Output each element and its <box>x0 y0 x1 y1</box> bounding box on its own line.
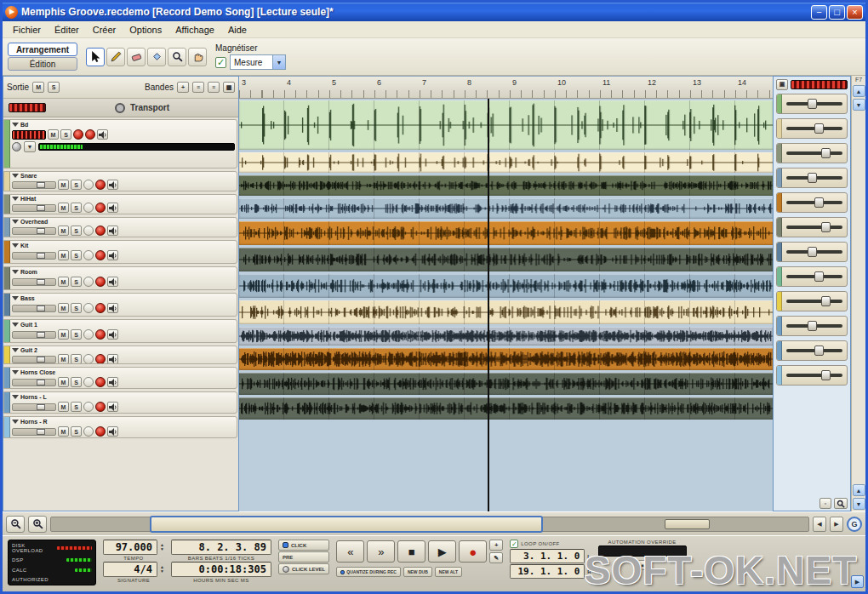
fader-track[interactable] <box>786 201 842 204</box>
click-toggle[interactable]: CLICK <box>278 540 329 551</box>
fader-thumb[interactable] <box>808 99 817 109</box>
playhead[interactable] <box>488 99 489 511</box>
fader-thumb[interactable] <box>808 247 817 257</box>
clip-lane-overhead[interactable] <box>239 198 773 219</box>
collapse-triangle-icon[interactable] <box>12 296 19 300</box>
monitor-button[interactable] <box>83 250 94 260</box>
razor-tool-icon[interactable] <box>147 48 166 66</box>
clip-lane-kit[interactable] <box>239 221 773 245</box>
track-volume-slider[interactable] <box>12 379 56 386</box>
track-row-kit[interactable]: KitMS <box>3 240 237 264</box>
mixer-options-button[interactable]: ▣ <box>776 79 788 90</box>
speaker-icon[interactable] <box>107 303 118 313</box>
menu-cr-er[interactable]: Créer <box>86 23 123 37</box>
forward-button[interactable]: » <box>367 540 395 563</box>
mixer-fader-kit[interactable] <box>776 192 848 213</box>
chevron-down-icon[interactable]: ▼ <box>24 141 36 152</box>
horizontal-scrollbar[interactable] <box>50 517 809 532</box>
panel-options-button[interactable]: ▦ <box>223 82 235 93</box>
record-enable-button[interactable] <box>95 203 106 213</box>
track-volume-slider[interactable] <box>12 331 56 339</box>
clip-lane-horns-close[interactable] <box>239 348 773 370</box>
fader-thumb[interactable] <box>808 321 817 331</box>
mixer-shrink-button[interactable]: ▫ <box>819 498 831 509</box>
record-enable-button[interactable] <box>95 277 106 287</box>
signature-display[interactable]: 4/4 <box>103 562 157 577</box>
fader-thumb[interactable] <box>821 222 831 232</box>
solo-button[interactable]: S <box>71 402 82 412</box>
monitor-button[interactable] <box>83 203 94 213</box>
clip-lane-guit-1[interactable] <box>239 300 773 324</box>
record-enable-button[interactable] <box>95 303 106 313</box>
slider-thumb[interactable] <box>37 182 45 188</box>
menu-aide[interactable]: Aide <box>221 23 254 37</box>
mute-button[interactable]: M <box>58 354 69 364</box>
menu-affichage[interactable]: Affichage <box>168 23 221 37</box>
scroll-down-icon[interactable]: ▼ <box>853 99 865 111</box>
gain-knob[interactable] <box>12 142 21 151</box>
track-row-horns-l[interactable]: Horns - LMS <box>3 391 237 414</box>
solo-button[interactable]: S <box>71 203 82 213</box>
track-row-overhead[interactable]: OverheadMS <box>3 217 237 237</box>
scroll-right-icon[interactable]: ▶ <box>830 517 843 532</box>
monitor-button[interactable] <box>83 426 94 437</box>
fader-track[interactable] <box>786 300 842 303</box>
fader-track[interactable] <box>786 176 842 180</box>
mute-button[interactable]: M <box>58 377 69 387</box>
fader-track[interactable] <box>786 102 842 106</box>
solo-button[interactable]: S <box>71 377 82 387</box>
clip-lane-guit-2[interactable] <box>239 327 773 346</box>
record-enable-button[interactable] <box>95 402 106 412</box>
collapse-triangle-icon[interactable] <box>12 348 19 352</box>
monitor-button[interactable] <box>83 277 94 287</box>
track-volume-slider[interactable] <box>12 428 56 436</box>
hand-tool-icon[interactable] <box>188 48 207 66</box>
slider-thumb[interactable] <box>37 306 45 311</box>
fader-thumb[interactable] <box>814 123 824 134</box>
minimize-button[interactable]: − <box>811 5 827 20</box>
new-dub-button[interactable]: NEW DUB <box>403 567 432 577</box>
fader-thumb[interactable] <box>814 271 824 282</box>
collapse-triangle-icon[interactable] <box>12 243 19 248</box>
master-mute-button[interactable]: M <box>32 82 44 93</box>
mute-button[interactable]: M <box>58 180 69 190</box>
transport-track-strip[interactable]: Transport <box>3 99 238 117</box>
mute-button[interactable]: M <box>58 250 69 260</box>
rewind-button[interactable]: « <box>336 540 364 563</box>
scroll-up-icon[interactable]: ▲ <box>853 85 865 97</box>
loop-add-button[interactable]: + <box>489 540 503 551</box>
fader-thumb[interactable] <box>814 197 824 208</box>
speaker-icon[interactable] <box>107 354 118 364</box>
slider-thumb[interactable] <box>37 429 45 435</box>
pencil-tool-icon[interactable] <box>106 48 125 66</box>
clip-lane-horns-r[interactable] <box>239 397 773 420</box>
arrangement-mode-button[interactable]: Arrangement <box>8 43 77 56</box>
fader-track[interactable] <box>786 374 842 377</box>
collapse-triangle-icon[interactable] <box>12 323 19 327</box>
solo-button[interactable]: S <box>71 354 82 364</box>
collapse-triangle-icon[interactable] <box>12 420 19 424</box>
monitor-button[interactable] <box>83 180 94 190</box>
record-enable-button[interactable] <box>95 250 106 260</box>
fader-thumb[interactable] <box>814 346 824 356</box>
solo-button[interactable]: S <box>71 303 82 313</box>
monitor-button[interactable] <box>83 329 94 340</box>
clip-lane-horns-l[interactable] <box>239 373 773 395</box>
mute-button[interactable]: M <box>58 303 69 313</box>
track-volume-slider[interactable] <box>12 403 56 411</box>
slider-thumb[interactable] <box>37 253 45 259</box>
automation-clear-button[interactable]: ■ <box>637 560 648 570</box>
clip-lane-hihat[interactable] <box>239 175 773 196</box>
track-volume-slider[interactable] <box>12 204 56 212</box>
record-arm-button[interactable] <box>73 129 83 140</box>
mute-button[interactable]: M <box>58 226 69 236</box>
solo-button[interactable]: S <box>71 180 82 190</box>
collapse-triangle-icon[interactable] <box>12 123 19 127</box>
track-volume-slider[interactable] <box>12 356 56 363</box>
speaker-icon[interactable] <box>107 277 118 287</box>
signature-spinner[interactable]: ▲▼ <box>160 565 164 574</box>
loop-left-display[interactable]: 3. 1. 1. 0 <box>510 549 585 563</box>
record-enable-button[interactable] <box>95 226 106 236</box>
fader-track[interactable] <box>786 324 842 328</box>
scrollbar-mini-thumb[interactable] <box>665 519 710 529</box>
